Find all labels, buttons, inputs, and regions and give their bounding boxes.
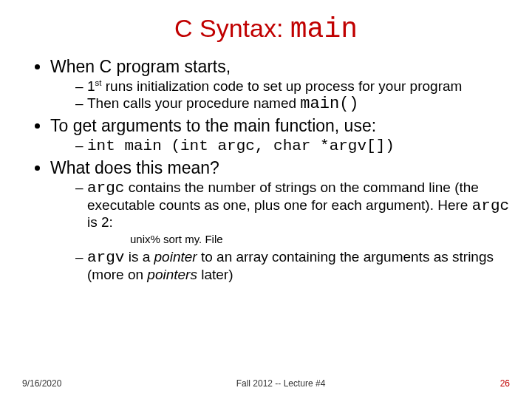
b1-1-b: runs initialization code to set up proce… [101,78,462,94]
footer-center: Fall 2012 -- Lecture #4 [236,378,326,389]
footer-page: 26 [500,378,510,389]
slide-title: C Syntax: main [22,13,510,45]
bullet-3-2: argv is a pointer to an array containing… [75,249,510,282]
bullet-1-1: 1st runs initialization code to set up p… [75,78,510,95]
b3-1-c: argc [472,197,509,214]
bullet-2-text: To get arguments to the main function, u… [50,116,376,135]
b3-2-a: argv [87,249,124,266]
b3-2-e: pointers [147,267,197,282]
b1-1-a: 1 [87,78,95,94]
footer-date: 9/16/2020 [22,378,61,389]
bullet-1-text: When C program starts, [50,57,231,76]
b3-1-d: is 2: [87,214,113,230]
bullet-1-sublist: 1st runs initialization code to set up p… [50,78,510,113]
bullet-2-sublist: int main (int argc, char *argv[]) [50,137,510,155]
bullet-3-sublist-2: argv is a pointer to an array containing… [50,249,510,282]
bullet-3-1: argc contains the number of strings on t… [75,180,510,230]
b3-2-b: is a [124,249,154,265]
b1-2-a: Then calls your procedure named [87,95,300,111]
bullet-3-text: What does this mean? [50,158,219,177]
b3-2-f: later) [197,267,233,282]
bullet-1: When C program starts, 1st runs initiali… [50,57,510,113]
bullet-2: To get arguments to the main function, u… [50,116,510,155]
b3-1-b: contains the number of strings on the co… [87,180,479,213]
code-line: unix% sort my. File [130,233,510,246]
bullet-1-2: Then calls your procedure named main() [75,95,510,114]
b1-2-mono: main() [300,95,358,113]
b2-1-mono: int main (int argc, char *argv[]) [87,137,395,154]
bullet-3: What does this mean? argc contains the n… [50,158,510,282]
b3-2-c: pointer [154,249,197,265]
title-mono: main [290,13,358,45]
b3-1-a: argc [87,180,124,197]
footer: 9/16/2020 Fall 2012 -- Lecture #4 26 [22,378,510,389]
bullet-list: When C program starts, 1st runs initiali… [22,57,510,282]
title-prefix: C Syntax: [174,14,290,42]
slide: C Syntax: main When C program starts, 1s… [0,0,532,399]
bullet-3-sublist: argc contains the number of strings on t… [50,180,510,230]
bullet-2-1: int main (int argc, char *argv[]) [75,137,510,155]
